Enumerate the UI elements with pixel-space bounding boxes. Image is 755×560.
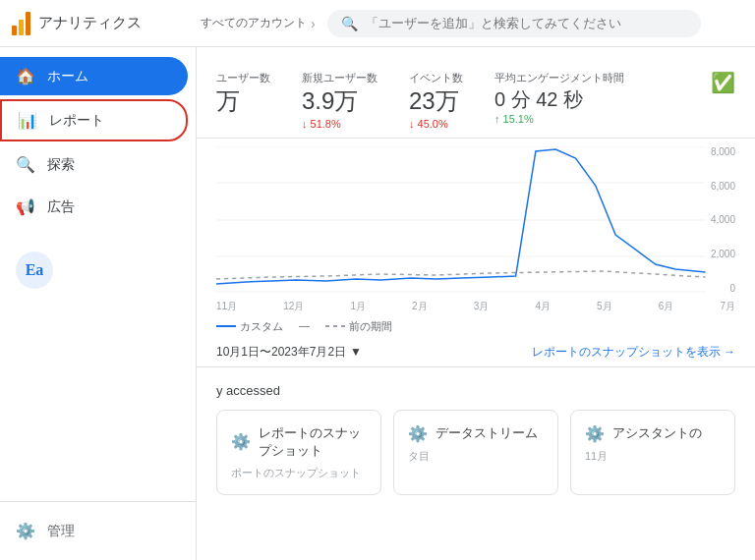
topbar: アナリティクス すべてのアカウント › 🔍: [0, 0, 755, 47]
x-label-2: 2月: [412, 300, 428, 313]
chart-x-labels: 11月 12月 1月 2月 3月 4月 5月 6月 7月: [216, 300, 735, 313]
card-snapshot-title: レポートのスナップショット: [259, 424, 367, 460]
avatar-area: Ea: [0, 236, 196, 305]
datastream-card-icon: ⚙️: [408, 424, 428, 443]
breadcrumb-chevron-icon: ›: [311, 16, 316, 31]
x-label-4: 4月: [535, 300, 551, 313]
metrics-row: ユーザー数 万 新規ユーザー数 3.9万 ↓ 51.8% イベント数 23万 ↓…: [216, 63, 735, 138]
card-datastream[interactable]: ⚙️ データストリーム タ目: [393, 410, 558, 495]
card-snapshot-header: ⚙️ レポートのスナップショット: [231, 424, 367, 460]
cards-row: ⚙️ レポートのスナップショット ポートのスナップショット ⚙️ データストリー…: [216, 410, 735, 495]
sidebar-item-home-label: ホーム: [47, 68, 88, 85]
sidebar-item-ads-label: 広告: [47, 198, 75, 216]
x-label-1: 1月: [350, 300, 366, 313]
snapshot-link[interactable]: レポートのスナップショットを表示 →: [532, 344, 735, 361]
check-icon: ✅: [711, 71, 735, 94]
metric-engagement-change: ↑ 15.1%: [494, 113, 679, 125]
chart-area: 8,000 6,000 4,000 2,000 0 11月 12: [197, 139, 755, 315]
x-label-6: 6月: [659, 300, 674, 313]
metric-users-value: 万: [216, 87, 270, 116]
legend-separator: ―: [299, 319, 310, 334]
sidebar-item-admin-label: 管理: [47, 523, 75, 540]
card-snapshot[interactable]: ⚙️ レポートのスナップショット ポートのスナップショット: [216, 410, 381, 495]
metric-new-users-value: 3.9万: [302, 87, 378, 116]
home-icon: 🏠: [16, 67, 35, 85]
metric-events-change: ↓ 45.0%: [409, 118, 463, 130]
avatar: Ea: [16, 252, 53, 289]
card-datastream-header: ⚙️ データストリーム: [408, 424, 544, 443]
metric-users: ユーザー数 万: [216, 71, 270, 118]
breadcrumb-text: すべてのアカウント: [201, 15, 307, 31]
card-snapshot-desc: ポートのスナップショット: [231, 466, 367, 480]
search-input[interactable]: [366, 16, 687, 30]
content-area: ユーザー数 万 新規ユーザー数 3.9万 ↓ 51.8% イベント数 23万 ↓…: [197, 47, 755, 560]
legend-previous-line: [325, 325, 345, 327]
breadcrumb[interactable]: すべてのアカウント ›: [201, 15, 316, 31]
y-label-8000: 8,000: [711, 146, 735, 157]
card-assistant-title: アシスタントの: [612, 424, 702, 442]
admin-icon: ⚙️: [16, 522, 35, 540]
chart-y-labels: 8,000 6,000 4,000 2,000 0: [711, 146, 735, 294]
sidebar-bottom: ⚙️ 管理: [0, 501, 196, 560]
card-assistant-header: ⚙️ アシスタントの: [585, 424, 721, 443]
main-layout: 🏠 ホーム 📊 レポート 🔍 探索 📢 広告 Ea ⚙️ 管理: [0, 47, 755, 560]
metric-users-label: ユーザー数: [216, 71, 270, 85]
metric-new-users-change: ↓ 51.8%: [302, 118, 378, 130]
logo-bar-3: [26, 12, 30, 35]
sidebar-item-report-label: レポート: [49, 112, 104, 130]
metric-engagement: 平均エンゲージメント時間 0 分 42 秒 ↑ 15.1%: [494, 71, 679, 125]
sidebar: 🏠 ホーム 📊 レポート 🔍 探索 📢 広告 Ea ⚙️ 管理: [0, 47, 197, 560]
search-icon: 🔍: [341, 16, 358, 31]
logo-area: アナリティクス: [12, 12, 189, 35]
ads-icon: 📢: [16, 197, 35, 216]
legend-current-label: カスタム: [240, 319, 283, 334]
explore-icon: 🔍: [16, 155, 35, 174]
metric-new-users: 新規ユーザー数 3.9万 ↓ 51.8%: [302, 71, 378, 130]
sidebar-item-admin[interactable]: ⚙️ 管理: [0, 512, 188, 550]
x-label-5: 5月: [597, 300, 612, 313]
card-assistant-desc: 11月: [585, 449, 721, 464]
x-label-12: 12月: [283, 300, 304, 313]
metric-events-label: イベント数: [409, 71, 463, 85]
search-bar[interactable]: 🔍: [327, 10, 701, 37]
snapshot-card-icon: ⚙️: [231, 432, 251, 451]
sidebar-item-explore[interactable]: 🔍 探索: [0, 145, 188, 184]
card-datastream-desc: タ目: [408, 449, 544, 464]
legend-current: カスタム: [216, 319, 283, 334]
date-range-label: 10月1日〜2023年7月2日: [216, 344, 346, 361]
date-range-row: 10月1日〜2023年7月2日 ▼ レポートのスナップショットを表示 →: [197, 338, 755, 367]
card-assistant[interactable]: ⚙️ アシスタントの 11月: [570, 410, 735, 495]
x-label-11: 11月: [216, 300, 237, 313]
sidebar-item-home[interactable]: 🏠 ホーム: [0, 57, 188, 95]
metric-events-value: 23万: [409, 87, 463, 116]
chart-legend: カスタム ― 前の期間: [197, 315, 755, 338]
x-label-7: 7月: [720, 300, 735, 313]
assistant-card-icon: ⚙️: [585, 424, 605, 443]
metric-new-users-label: 新規ユーザー数: [302, 71, 378, 85]
metric-engagement-label: 平均エンゲージメント時間: [494, 71, 679, 85]
legend-previous-label: 前の期間: [349, 319, 392, 334]
y-label-2000: 2,000: [711, 249, 735, 259]
date-range-chevron-icon: ▼: [350, 345, 362, 359]
metric-engagement-value: 0 分 42 秒: [494, 87, 679, 111]
report-icon: 📊: [18, 111, 37, 130]
y-label-4000: 4,000: [711, 214, 735, 225]
logo-bar-2: [19, 20, 24, 35]
metric-events: イベント数 23万 ↓ 45.0%: [409, 71, 463, 130]
y-label-0: 0: [711, 283, 735, 294]
logo-bar-1: [12, 26, 17, 35]
x-label-3: 3月: [474, 300, 490, 313]
sidebar-item-report[interactable]: 📊 レポート: [0, 99, 188, 141]
legend-current-line: [216, 325, 236, 327]
date-range-button[interactable]: 10月1日〜2023年7月2日 ▼: [216, 344, 362, 361]
sidebar-item-explore-label: 探索: [47, 156, 75, 174]
recently-section: y accessed ⚙️ レポートのスナップショット ポートのスナップショット…: [197, 367, 755, 511]
sidebar-item-ads[interactable]: 📢 広告: [0, 188, 188, 226]
recently-title: y accessed: [216, 383, 735, 398]
y-label-6000: 6,000: [711, 181, 735, 192]
chart-svg: [216, 146, 735, 294]
legend-previous: 前の期間: [325, 319, 392, 334]
app-title: アナリティクス: [38, 14, 142, 32]
metrics-section: ユーザー数 万 新規ユーザー数 3.9万 ↓ 51.8% イベント数 23万 ↓…: [197, 47, 755, 139]
analytics-logo-icon: [12, 12, 30, 35]
